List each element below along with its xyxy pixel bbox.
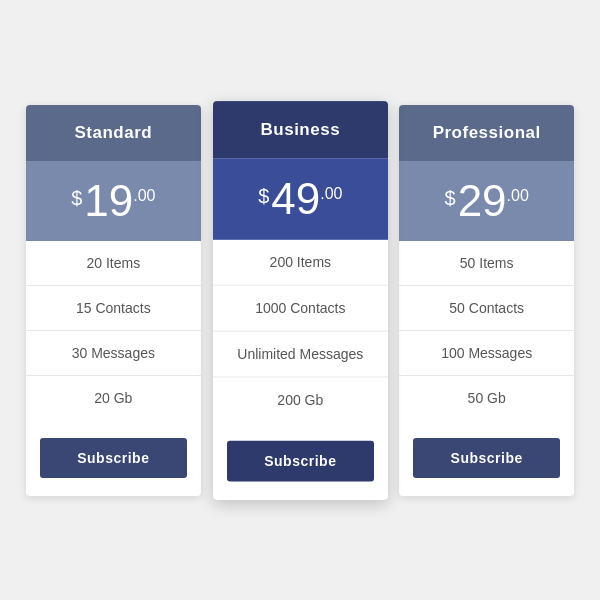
plan-standard-header: Standard — [26, 105, 201, 161]
feature-row: Unlimited Messages — [213, 331, 388, 377]
plan-professional-price: $29.00 — [399, 161, 574, 241]
pricing-table: Standard$19.0020 Items15 Contacts30 Mess… — [20, 105, 580, 496]
plan-business-features: 200 Items1000 ContactsUnlimited Messages… — [213, 239, 388, 422]
plan-business-subscribe-button[interactable]: Subscribe — [227, 440, 374, 481]
plan-standard-price: $19.00 — [26, 161, 201, 241]
price-dollar-sign: $ — [258, 184, 269, 207]
feature-row: 20 Items — [26, 241, 201, 286]
plan-business-header: Business — [213, 101, 388, 158]
feature-row: 30 Messages — [26, 331, 201, 376]
feature-row: 15 Contacts — [26, 286, 201, 331]
feature-row: 50 Contacts — [399, 286, 574, 331]
feature-row: 200 Items — [213, 239, 388, 285]
feature-row: 100 Messages — [399, 331, 574, 376]
price-cents: .00 — [507, 187, 529, 205]
feature-row: 200 Gb — [213, 377, 388, 422]
price-main-number: 29 — [458, 179, 507, 223]
plan-standard-subscribe-button[interactable]: Subscribe — [40, 438, 187, 478]
price-dollar-sign: $ — [445, 187, 456, 210]
feature-row: 50 Items — [399, 241, 574, 286]
plan-business: Business$49.00200 Items1000 ContactsUnli… — [213, 101, 388, 500]
plan-professional-header: Professional — [399, 105, 574, 161]
plan-standard-footer: Subscribe — [26, 420, 201, 496]
price-cents: .00 — [320, 184, 342, 202]
price-main-number: 19 — [84, 179, 133, 223]
plan-business-footer: Subscribe — [213, 422, 388, 500]
price-cents: .00 — [133, 187, 155, 205]
plan-professional-subscribe-button[interactable]: Subscribe — [413, 438, 560, 478]
feature-row: 20 Gb — [26, 376, 201, 420]
price-main-number: 49 — [271, 176, 320, 221]
feature-row: 50 Gb — [399, 376, 574, 420]
plan-professional-footer: Subscribe — [399, 420, 574, 496]
plan-professional-features: 50 Items50 Contacts100 Messages50 Gb — [399, 241, 574, 420]
price-dollar-sign: $ — [71, 187, 82, 210]
plan-standard: Standard$19.0020 Items15 Contacts30 Mess… — [26, 105, 201, 496]
plan-standard-features: 20 Items15 Contacts30 Messages20 Gb — [26, 241, 201, 420]
feature-row: 1000 Contacts — [213, 285, 388, 331]
plan-business-price: $49.00 — [213, 158, 388, 240]
plan-professional: Professional$29.0050 Items50 Contacts100… — [399, 105, 574, 496]
